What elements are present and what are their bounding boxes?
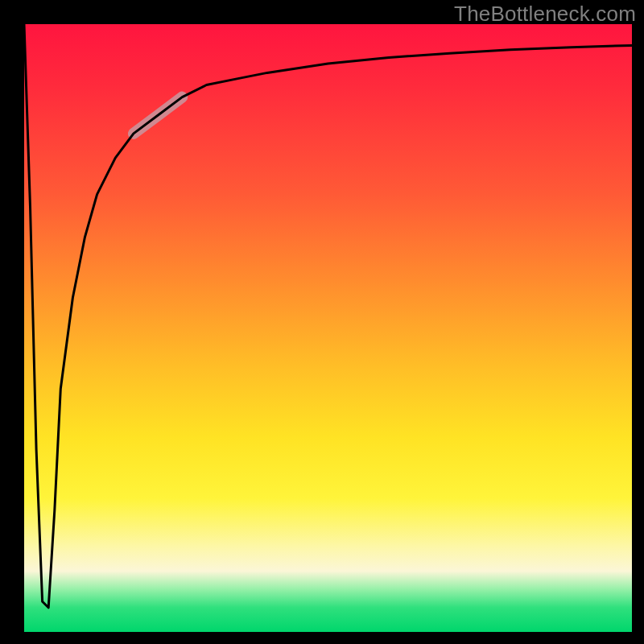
- curve-svg: [24, 24, 632, 632]
- watermark-text: TheBottleneck.com: [454, 2, 636, 27]
- bottleneck-curve: [24, 24, 632, 608]
- plot-area: [24, 24, 632, 632]
- chart-frame: TheBottleneck.com: [0, 0, 644, 644]
